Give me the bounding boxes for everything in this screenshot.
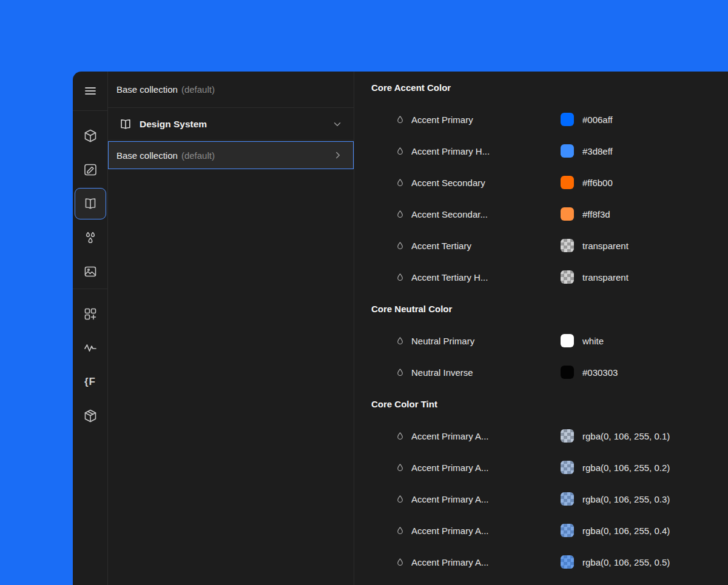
styles-drops-button[interactable]	[75, 222, 106, 253]
color-swatch-fill	[561, 461, 574, 474]
variable-droplet-icon	[396, 367, 411, 378]
assets-image-icon	[83, 264, 98, 279]
variable-droplet-icon	[396, 178, 411, 188]
base-collection-title: Base collection	[116, 150, 178, 161]
color-swatch[interactable]	[561, 239, 574, 252]
collections-sidebar: Base collection (default) Design System …	[108, 72, 354, 585]
color-swatch[interactable]	[561, 207, 574, 221]
variable-droplet-icon	[396, 557, 411, 567]
section-title: Core Accent Color	[354, 72, 728, 104]
tokens-icon: {F	[84, 376, 96, 388]
color-swatch[interactable]	[561, 113, 574, 126]
interactions-wave-icon	[83, 341, 98, 355]
section-title: Core Neutral Color	[354, 293, 728, 325]
variable-value: #ff8f3d	[582, 209, 610, 219]
variables-panel: Core Accent ColorAccent Primary#006affAc…	[354, 72, 728, 585]
variable-droplet-icon	[396, 209, 411, 219]
base-collection-item[interactable]: Base collection (default)	[108, 141, 354, 169]
draw-edit-button[interactable]	[75, 154, 106, 186]
color-swatch-fill	[561, 239, 574, 252]
variable-row[interactable]: Neutral Inverse#030303	[354, 356, 728, 388]
variable-name: Neutral Primary	[411, 336, 561, 346]
components-grid-icon	[83, 307, 98, 321]
rail-top	[73, 72, 107, 110]
section-title: Core Color Tint	[354, 388, 728, 420]
color-swatch-fill	[561, 555, 574, 569]
library-book-button[interactable]	[75, 188, 106, 219]
base-collection-suffix: (default)	[181, 150, 215, 161]
color-swatch-fill	[561, 429, 574, 443]
insert-cube-button[interactable]	[75, 120, 106, 152]
color-swatch[interactable]	[561, 176, 574, 189]
color-swatch[interactable]	[561, 492, 574, 506]
variable-value: #030303	[582, 367, 618, 378]
variable-name: Accent Primary A...	[411, 431, 561, 441]
variable-name: Accent Primary A...	[411, 494, 561, 504]
variable-row[interactable]: Accent Primary A...rgba(0, 106, 255, 0.3…	[354, 483, 728, 515]
variable-droplet-icon	[396, 526, 411, 536]
variable-row[interactable]: Accent Tertiarytransparent	[354, 230, 728, 261]
color-swatch[interactable]	[561, 524, 574, 537]
icon-rail: {F	[73, 72, 108, 585]
variable-name: Accent Primary H...	[411, 146, 561, 156]
variable-row[interactable]: Accent Primary H...#3d8eff	[354, 135, 728, 167]
color-swatch[interactable]	[561, 461, 574, 474]
variable-name: Accent Tertiary H...	[411, 272, 561, 282]
variable-droplet-icon	[396, 146, 411, 156]
color-swatch[interactable]	[561, 555, 574, 569]
color-swatch[interactable]	[561, 334, 574, 347]
variable-value: rgba(0, 106, 255, 0.4)	[582, 526, 670, 536]
variable-value: #3d8eff	[582, 146, 613, 156]
sidebar-header-title: Base collection	[116, 84, 178, 95]
chevron-down-icon	[332, 119, 343, 130]
variable-value: rgba(0, 106, 255, 0.2)	[582, 463, 670, 473]
variable-value: #ff6b00	[582, 178, 613, 188]
components-grid-button[interactable]	[75, 298, 106, 330]
styles-drops-icon	[83, 230, 98, 245]
variable-name: Accent Secondary	[411, 178, 561, 188]
variable-value: rgba(0, 106, 255, 0.1)	[582, 431, 670, 441]
color-swatch[interactable]	[561, 270, 574, 284]
packages-cube-icon	[83, 409, 98, 423]
variable-name: Accent Primary A...	[411, 526, 561, 536]
chevron-right-icon	[332, 150, 343, 161]
variable-row[interactable]: Accent Primary#006aff	[354, 104, 728, 135]
variable-name: Accent Secondar...	[411, 209, 561, 219]
variable-name: Accent Primary	[411, 115, 561, 125]
book-icon	[119, 118, 132, 131]
menu-button[interactable]	[75, 75, 106, 107]
variable-droplet-icon	[396, 241, 411, 251]
rail-divider	[73, 289, 107, 289]
variable-row[interactable]: Accent Primary A...rgba(0, 106, 255, 0.4…	[354, 515, 728, 546]
interactions-wave-button[interactable]	[75, 332, 106, 364]
variable-value: transparent	[582, 272, 629, 282]
variable-row[interactable]: Accent Secondary#ff6b00	[354, 167, 728, 198]
color-swatch[interactable]	[561, 366, 574, 379]
sidebar-header: Base collection (default)	[108, 72, 354, 108]
design-system-row[interactable]: Design System	[108, 108, 354, 141]
variable-value: white	[582, 336, 604, 346]
variable-name: Accent Primary A...	[411, 557, 561, 567]
packages-cube-button[interactable]	[75, 400, 106, 432]
variable-droplet-icon	[396, 463, 411, 473]
variable-value: #006aff	[582, 115, 613, 125]
variable-row[interactable]: Accent Primary A...rgba(0, 106, 255, 0.2…	[354, 452, 728, 483]
variable-row[interactable]: Accent Secondar...#ff8f3d	[354, 198, 728, 230]
variable-name: Neutral Inverse	[411, 367, 561, 378]
variable-row[interactable]: Accent Primary A...rgba(0, 106, 255, 0.5…	[354, 546, 728, 578]
variable-droplet-icon	[396, 115, 411, 125]
tokens-button[interactable]: {F	[75, 366, 106, 398]
library-book-icon	[83, 196, 98, 211]
variable-droplet-icon	[396, 431, 411, 441]
variable-row[interactable]: Accent Primary A...rgba(0, 106, 255, 0.1…	[354, 420, 728, 452]
color-swatch-fill	[561, 270, 574, 284]
assets-image-button[interactable]	[75, 256, 106, 287]
color-swatch-fill	[561, 113, 574, 126]
color-swatch[interactable]	[561, 144, 574, 158]
color-swatch-fill	[561, 207, 574, 221]
variable-value: rgba(0, 106, 255, 0.3)	[582, 494, 670, 504]
variable-row[interactable]: Accent Tertiary H...transparent	[354, 261, 728, 293]
color-swatch[interactable]	[561, 429, 574, 443]
variable-row[interactable]: Neutral Primarywhite	[354, 325, 728, 356]
design-system-panel: {F Base collection (default) Design Syst…	[73, 72, 728, 585]
